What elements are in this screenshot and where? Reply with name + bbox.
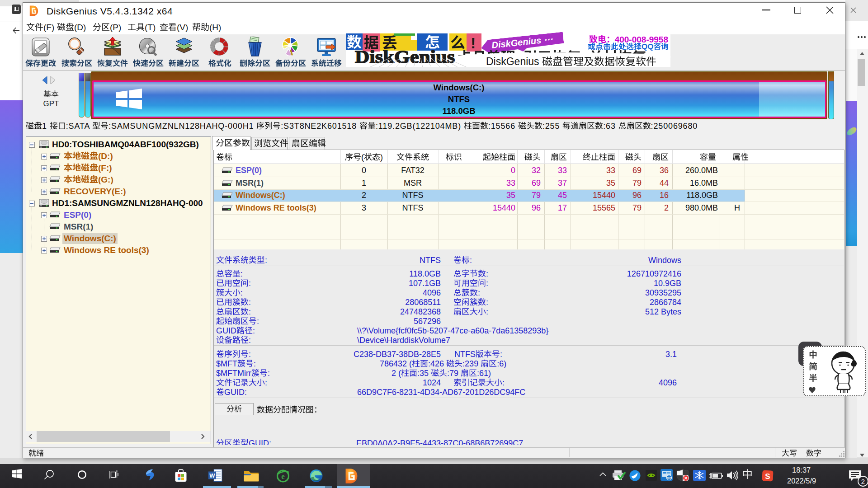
svg-text:intel: intel bbox=[666, 476, 672, 479]
svg-text:e: e bbox=[281, 472, 285, 481]
svg-text:S: S bbox=[765, 472, 770, 481]
svg-text:W: W bbox=[209, 472, 215, 479]
svg-text:2: 2 bbox=[861, 478, 865, 485]
